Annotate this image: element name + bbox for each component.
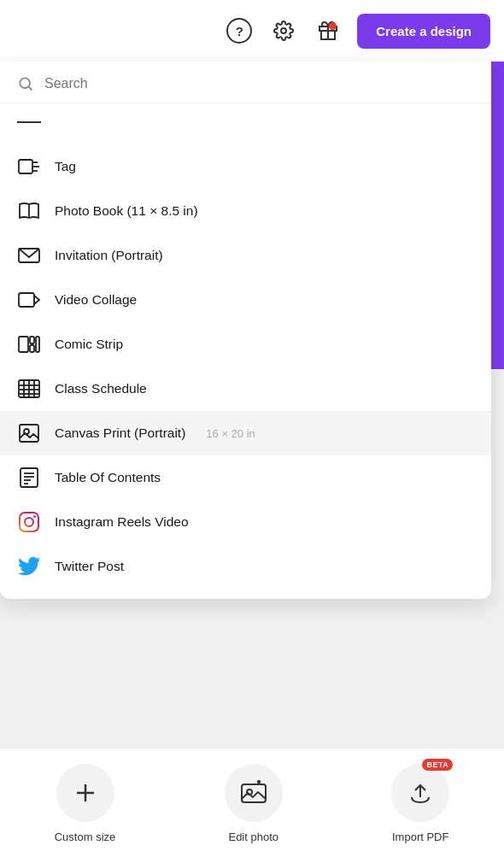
list-item[interactable]: Comic Strip — [0, 322, 491, 367]
book-icon — [17, 199, 41, 223]
top-bar-icons: ? Create a design — [224, 14, 490, 49]
svg-point-0 — [281, 28, 286, 33]
menu-item-label: Twitter Post — [55, 559, 124, 574]
svg-rect-16 — [36, 337, 39, 352]
svg-rect-15 — [30, 345, 34, 352]
gift-button[interactable] — [313, 15, 343, 46]
list-item[interactable]: Video Collage — [0, 278, 491, 322]
import-pdf-action[interactable]: BETA Import PDF — [391, 764, 449, 843]
svg-line-4 — [29, 87, 32, 91]
edit-photo-circle — [225, 764, 283, 822]
svg-rect-14 — [30, 337, 34, 343]
svg-point-33 — [33, 515, 36, 518]
svg-point-32 — [25, 518, 33, 526]
menu-item-label: Table Of Contents — [55, 470, 161, 485]
help-button[interactable]: ? — [224, 15, 255, 46]
menu-item-label: Tag — [55, 159, 76, 174]
beta-badge: BETA — [422, 759, 453, 771]
schedule-icon — [17, 377, 41, 401]
menu-item-label: Invitation (Portrait) — [55, 248, 163, 263]
svg-marker-12 — [34, 296, 39, 304]
list-item[interactable]: Invitation (Portrait) — [0, 233, 491, 278]
gift-icon — [318, 21, 338, 41]
comic-icon — [17, 332, 41, 356]
settings-button[interactable] — [268, 15, 299, 46]
menu-item-label: Canvas Print (Portrait) — [55, 426, 185, 441]
svg-rect-13 — [19, 337, 28, 352]
dropdown-panel: Tag Photo Book (11 × 8.5 in) Invitation … — [0, 62, 491, 599]
envelope-icon — [17, 244, 41, 267]
video-icon — [17, 288, 41, 312]
list-item[interactable]: Tag — [0, 144, 491, 189]
instagram-icon — [17, 510, 41, 534]
list-item[interactable]: Class Schedule — [0, 367, 491, 411]
import-pdf-circle: BETA — [391, 764, 449, 822]
tag-icon — [17, 155, 41, 179]
menu-item-label: Class Schedule — [55, 381, 147, 396]
svg-rect-36 — [242, 784, 266, 802]
list-item[interactable]: Photo Book (11 × 8.5 in) — [0, 189, 491, 233]
create-design-button[interactable]: Create a design — [357, 14, 490, 49]
canvas-icon — [17, 421, 41, 445]
edit-photo-action[interactable]: Edit photo — [225, 764, 283, 843]
menu-item-label: Comic Strip — [55, 337, 123, 352]
search-input[interactable] — [44, 76, 474, 91]
svg-rect-31 — [20, 513, 38, 531]
bottom-bar: Custom size Edit photo BETA Import PDF — [0, 748, 504, 851]
import-pdf-label: Import PDF — [392, 830, 448, 843]
menu-item-label: Instagram Reels Video — [55, 514, 189, 530]
dash-icon — [17, 110, 41, 134]
list-item[interactable]: Table Of Contents — [0, 455, 491, 500]
menu-item-label: Photo Book (11 × 8.5 in) — [55, 203, 198, 219]
edit-photo-label: Edit photo — [228, 830, 278, 843]
search-icon — [17, 75, 34, 92]
menu-item-sublabel: 16 × 20 in — [206, 427, 255, 440]
svg-point-3 — [20, 78, 30, 88]
search-bar — [0, 62, 491, 103]
list-item[interactable]: Canvas Print (Portrait) 16 × 20 in — [0, 411, 491, 455]
menu-list: Tag Photo Book (11 × 8.5 in) Invitation … — [0, 141, 491, 592]
svg-rect-26 — [21, 468, 38, 487]
toc-icon — [17, 466, 41, 490]
help-icon: ? — [226, 18, 252, 44]
custom-size-label: Custom size — [55, 830, 116, 843]
gear-icon — [273, 21, 294, 41]
list-item[interactable]: Instagram Reels Video — [0, 500, 491, 544]
list-item[interactable] — [0, 103, 491, 141]
twitter-icon — [17, 555, 41, 578]
svg-rect-11 — [19, 293, 34, 307]
custom-size-action[interactable]: Custom size — [55, 764, 116, 843]
menu-item-label: Video Collage — [55, 292, 137, 308]
svg-rect-5 — [19, 160, 32, 173]
top-bar: ? Create a design — [0, 0, 504, 62]
custom-size-circle — [56, 764, 114, 822]
list-item[interactable]: Twitter Post — [0, 544, 491, 589]
